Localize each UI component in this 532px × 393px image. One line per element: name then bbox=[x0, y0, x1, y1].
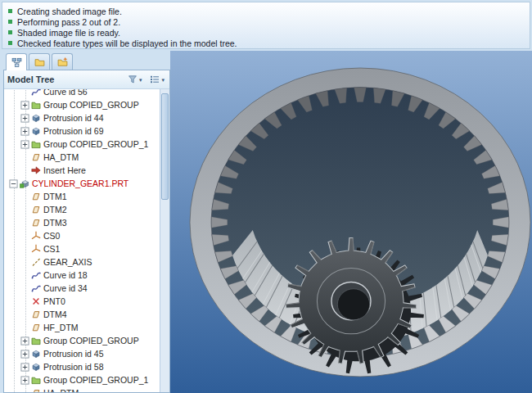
message-text: Creating shaded image file. bbox=[17, 7, 122, 16]
expand-toggle[interactable] bbox=[20, 350, 29, 359]
expand-toggle[interactable] bbox=[20, 127, 29, 136]
tree-item-curve-id-56[interactable]: Curve id 56 bbox=[4, 89, 160, 98]
tree-item-group-copied-group-1[interactable]: Group COPIED_GROUP_1 bbox=[4, 138, 160, 151]
tree-item-label: Group COPIED_GROUP bbox=[41, 336, 139, 346]
tree-item-gear-axis[interactable]: GEAR_AXIS bbox=[4, 255, 160, 269]
tree-item-ha-dtm[interactable]: HA_DTM bbox=[4, 151, 160, 164]
expand-toggle[interactable] bbox=[20, 337, 29, 346]
protrusion-icon bbox=[31, 349, 41, 359]
tree-item-cylinder-gear1-prt[interactable]: CYLINDER_GEAR1.PRT bbox=[4, 177, 160, 190]
tree-settings-button[interactable]: ▾ bbox=[148, 74, 166, 85]
tree-item-label: HF_DTM bbox=[41, 323, 79, 332]
navigator-panel: Model Tree ▾ ▾ Curve id 56Group COPIED_G… bbox=[0, 51, 170, 393]
expand-toggle[interactable] bbox=[20, 101, 29, 110]
scrollbar-thumb[interactable] bbox=[161, 93, 169, 200]
folder-star-icon bbox=[57, 56, 68, 67]
message-line: Creating shaded image file. bbox=[8, 6, 524, 16]
tab-model-tree[interactable] bbox=[6, 53, 27, 70]
tree-item-label: Curve id 34 bbox=[41, 283, 88, 293]
tree-item-label: CS0 bbox=[41, 231, 60, 241]
model-tree-list: Curve id 56Group COPIED_GROUPProtrusion … bbox=[4, 89, 160, 392]
tree-item-label: Group COPIED_GROUP bbox=[41, 100, 139, 110]
tree-scroll-area: Curve id 56Group COPIED_GROUPProtrusion … bbox=[4, 89, 169, 392]
application-window: Creating shaded image file. Performing p… bbox=[0, 0, 532, 393]
datum-icon bbox=[31, 152, 41, 162]
tree-item-cs0[interactable]: CS0 bbox=[4, 229, 160, 242]
message-line: Shaded image file is ready. bbox=[8, 27, 524, 38]
message-line: Checked feature types will be displayed … bbox=[8, 38, 524, 48]
tree-item-label: HA_DTM bbox=[41, 152, 79, 162]
tree-item-protrusion-id-45[interactable]: Protrusion id 45 bbox=[4, 347, 160, 360]
message-bullet-icon bbox=[8, 41, 12, 45]
cs-icon bbox=[31, 231, 41, 241]
tree-item-dtm2[interactable]: DTM2 bbox=[4, 203, 160, 216]
3d-scene bbox=[170, 51, 532, 393]
indent-spacer bbox=[20, 206, 29, 215]
expand-toggle[interactable] bbox=[9, 179, 18, 188]
model-tree-icon bbox=[11, 57, 22, 68]
tree-item-label: Protrusion id 69 bbox=[41, 126, 104, 136]
panel-title: Model Tree bbox=[7, 75, 121, 84]
tab-favorites[interactable] bbox=[52, 53, 73, 70]
datum-icon bbox=[31, 388, 41, 392]
message-line: Performing pass 2 out of 2. bbox=[8, 16, 524, 27]
show-filter-button[interactable]: ▾ bbox=[126, 74, 144, 85]
tree-item-label: Protrusion id 44 bbox=[41, 113, 104, 123]
folder-icon bbox=[34, 56, 45, 67]
tree-item-cs1[interactable]: CS1 bbox=[4, 242, 160, 255]
tree-item-curve-id-34[interactable]: Curve id 34 bbox=[4, 282, 160, 295]
tree-item-protrusion-id-58[interactable]: Protrusion id 58 bbox=[4, 360, 160, 373]
tree-item-group-copied-group-1[interactable]: Group COPIED_GROUP_1 bbox=[4, 373, 160, 386]
tab-folder-browser[interactable] bbox=[29, 53, 50, 70]
group-icon bbox=[31, 100, 41, 110]
chevron-down-icon: ▾ bbox=[139, 77, 142, 83]
tree-item-curve-id-18[interactable]: Curve id 18 bbox=[4, 269, 160, 282]
tree-item-ha-dtm[interactable]: HA_DTM bbox=[4, 386, 160, 392]
indent-spacer bbox=[20, 284, 29, 293]
protrusion-icon bbox=[31, 126, 41, 136]
tree-item-label: PNT0 bbox=[41, 296, 65, 306]
viewport-3d[interactable] bbox=[170, 51, 532, 393]
cs-icon bbox=[31, 244, 41, 254]
expand-toggle[interactable] bbox=[20, 363, 29, 372]
expand-toggle[interactable] bbox=[20, 376, 29, 385]
datum-icon bbox=[31, 218, 41, 228]
navigator-tabs bbox=[3, 53, 170, 70]
tree-item-label: DTM4 bbox=[41, 309, 67, 319]
protrusion-icon bbox=[31, 362, 41, 372]
tree-item-dtm3[interactable]: DTM3 bbox=[4, 216, 160, 229]
message-area: Creating shaded image file. Performing p… bbox=[2, 2, 530, 49]
expand-toggle[interactable] bbox=[20, 114, 29, 123]
tree-item-label: CYLINDER_GEAR1.PRT bbox=[29, 178, 128, 188]
tree-item-insert-here[interactable]: Insert Here bbox=[4, 164, 160, 177]
point-icon bbox=[31, 296, 41, 306]
message-bullet-icon bbox=[8, 30, 12, 34]
tree-item-group-copied-group[interactable]: Group COPIED_GROUP bbox=[4, 98, 160, 111]
tree-item-label: Protrusion id 58 bbox=[41, 362, 104, 372]
curve-icon bbox=[31, 89, 41, 97]
message-text: Shaded image file is ready. bbox=[17, 28, 120, 38]
tree-scrollbar[interactable] bbox=[160, 89, 169, 392]
tree-item-group-copied-group[interactable]: Group COPIED_GROUP bbox=[4, 334, 160, 347]
tree-item-dtm1[interactable]: DTM1 bbox=[4, 190, 160, 203]
model-tree-panel: Model Tree ▾ ▾ Curve id 56Group COPIED_G… bbox=[3, 70, 170, 393]
tree-item-pnt0[interactable]: PNT0 bbox=[4, 295, 160, 308]
datum-icon bbox=[31, 192, 41, 201]
axis-icon bbox=[31, 257, 41, 267]
tree-item-protrusion-id-44[interactable]: Protrusion id 44 bbox=[4, 111, 160, 124]
tree-item-hf-dtm[interactable]: HF_DTM bbox=[4, 321, 160, 334]
expand-toggle[interactable] bbox=[20, 140, 29, 149]
curve-icon bbox=[31, 283, 41, 293]
chevron-down-icon: ▾ bbox=[161, 77, 165, 83]
tree-item-label: DTM3 bbox=[41, 218, 67, 228]
tree-item-label: Curve id 56 bbox=[41, 89, 88, 97]
indent-spacer bbox=[20, 323, 29, 332]
tree-item-protrusion-id-69[interactable]: Protrusion id 69 bbox=[4, 124, 160, 138]
indent-spacer bbox=[20, 310, 29, 319]
tree-item-dtm4[interactable]: DTM4 bbox=[4, 308, 160, 321]
indent-spacer bbox=[20, 232, 29, 241]
tree-item-label: HA_DTM bbox=[41, 388, 79, 392]
tree-item-label: Insert Here bbox=[41, 165, 86, 175]
filter-funnel-icon bbox=[128, 75, 138, 84]
indent-spacer bbox=[20, 389, 29, 393]
